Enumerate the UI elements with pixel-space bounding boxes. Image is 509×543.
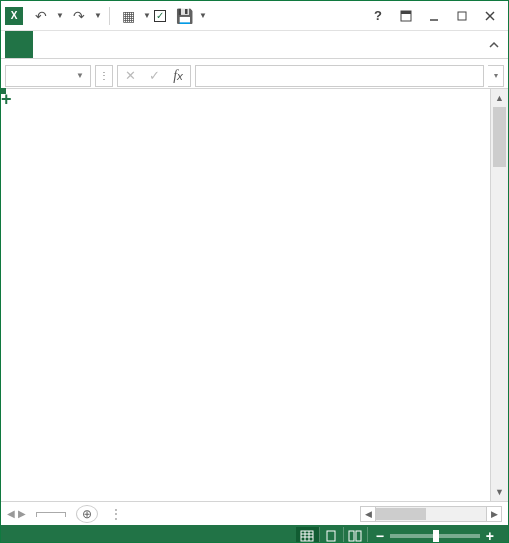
- minimize-button[interactable]: [420, 4, 448, 28]
- page-layout-view-button[interactable]: [320, 527, 344, 543]
- cell-cursor-icon: +: [1, 89, 12, 110]
- ribbon-tabs: [1, 31, 508, 59]
- normal-view-button[interactable]: [296, 527, 320, 543]
- tab-data[interactable]: [145, 31, 173, 58]
- scrollbar-thumb[interactable]: [493, 107, 506, 167]
- vertical-scrollbar[interactable]: ▲ ▼: [490, 89, 508, 501]
- enter-formula-button: ✓: [142, 66, 166, 86]
- title-bar: X ↶ ▼ ↷ ▼ ▦ ▼ ✓ 💾 ▼ ?: [1, 1, 508, 31]
- view-switcher: [296, 527, 368, 543]
- tab-home[interactable]: [33, 31, 61, 58]
- borders-button[interactable]: ▦: [116, 4, 140, 28]
- cancel-formula-button: ✕: [118, 66, 142, 86]
- name-box[interactable]: ▼: [5, 65, 91, 87]
- redo-button[interactable]: ↷: [67, 4, 91, 28]
- tab-layout[interactable]: [89, 31, 117, 58]
- scroll-right-icon[interactable]: ▶: [486, 506, 502, 522]
- horizontal-scrollbar[interactable]: ◀ ▶: [360, 506, 502, 522]
- checkbox-checked-icon: ✓: [154, 10, 166, 22]
- undo-dropdown[interactable]: ▼: [55, 4, 65, 28]
- collapse-ribbon-icon[interactable]: [480, 31, 508, 58]
- undo-button[interactable]: ↶: [29, 4, 53, 28]
- insert-function-button[interactable]: fx: [166, 66, 190, 86]
- tab-view[interactable]: [201, 31, 229, 58]
- sheet-tab-bar: ◀ ▶ ⊕ ⋮ ◀ ▶: [1, 501, 508, 525]
- formula-bar: ▼ ⋮ ✕ ✓ fx ▾: [1, 63, 508, 89]
- quick-access-toolbar: ↶ ▼ ↷ ▼ ▦ ▼ ✓ 💾 ▼: [29, 4, 208, 28]
- sheet-tab-menu[interactable]: ⋮: [110, 507, 122, 521]
- borders-dropdown[interactable]: ▼: [142, 4, 152, 28]
- scroll-left-icon[interactable]: ◀: [360, 506, 376, 522]
- tab-addins[interactable]: [229, 31, 257, 58]
- fill-handle[interactable]: [1, 89, 6, 94]
- formula-buttons: ✕ ✓ fx: [117, 65, 191, 87]
- zoom-slider[interactable]: [390, 534, 480, 538]
- spreadsheet-grid: + ▲ ▼: [1, 89, 508, 501]
- scroll-down-icon[interactable]: ▼: [491, 483, 508, 501]
- svg-rect-12: [349, 531, 354, 541]
- tab-review[interactable]: [173, 31, 201, 58]
- svg-rect-1: [401, 11, 411, 14]
- sheet-tab[interactable]: [36, 512, 66, 517]
- zoom-in-button[interactable]: +: [486, 528, 494, 543]
- gridlines-checkbox[interactable]: ✓: [154, 10, 170, 22]
- redo-dropdown[interactable]: ▼: [93, 4, 103, 28]
- status-bar: − +: [1, 525, 508, 543]
- chevron-down-icon[interactable]: ▼: [76, 71, 84, 80]
- qat-customize-dropdown[interactable]: ▼: [198, 4, 208, 28]
- tab-formulas[interactable]: [117, 31, 145, 58]
- scrollbar-thumb[interactable]: [376, 508, 426, 520]
- selection-rect: [1, 89, 5, 93]
- name-box-expand[interactable]: ⋮: [95, 65, 113, 87]
- svg-rect-3: [458, 12, 466, 20]
- help-button[interactable]: ?: [364, 4, 392, 28]
- expand-formula-bar-icon[interactable]: ▾: [488, 65, 504, 87]
- close-button[interactable]: [476, 4, 504, 28]
- maximize-button[interactable]: [448, 4, 476, 28]
- zoom-out-button[interactable]: −: [376, 528, 384, 543]
- svg-rect-11: [327, 531, 335, 541]
- qat-separator: [109, 7, 110, 25]
- tab-file[interactable]: [5, 31, 33, 58]
- save-button[interactable]: 💾: [172, 4, 196, 28]
- zoom-control: − +: [376, 528, 500, 543]
- svg-rect-6: [301, 531, 313, 541]
- excel-app-icon[interactable]: X: [5, 7, 23, 25]
- svg-rect-13: [356, 531, 361, 541]
- page-break-view-button[interactable]: [344, 527, 368, 543]
- ribbon-options-button[interactable]: [392, 4, 420, 28]
- formula-input[interactable]: [195, 65, 484, 87]
- scroll-up-icon[interactable]: ▲: [491, 89, 508, 107]
- new-sheet-button[interactable]: ⊕: [76, 505, 98, 523]
- tab-insert[interactable]: [61, 31, 89, 58]
- sheet-nav-buttons[interactable]: ◀ ▶: [7, 508, 26, 519]
